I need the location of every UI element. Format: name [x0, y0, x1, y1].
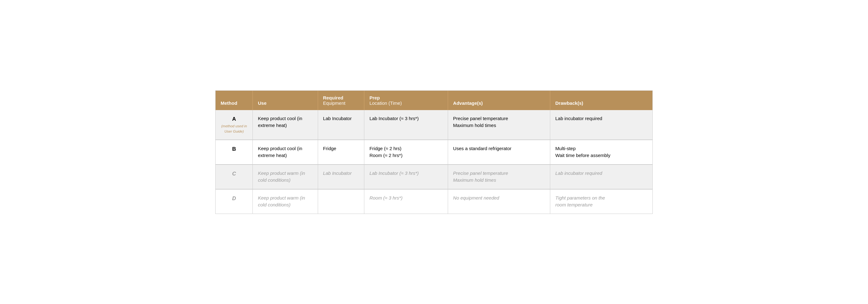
cell-prep: Room (≈ 3 hrs*): [364, 189, 448, 214]
cell-prep: Lab Incubator (≈ 3 hrs*): [364, 110, 448, 140]
method-label: B: [221, 145, 247, 153]
cell-method: D: [216, 189, 253, 214]
table-row: DKeep product warm (in cold conditions)R…: [216, 189, 652, 214]
cell-equipment: Lab Incubator: [318, 110, 364, 140]
cell-advantages: Precise panel temperatureMaximum hold ti…: [448, 110, 550, 140]
cell-advantages: No equipment needed: [448, 189, 550, 214]
cell-drawbacks: Lab incubator required: [550, 165, 652, 189]
methods-table: Method Use Required Equipment Prep Locat…: [216, 91, 652, 214]
header-advantages: Advantage(s): [448, 91, 550, 110]
cell-use: Keep product cool (in extreme heat): [253, 140, 318, 165]
cell-method: B: [216, 140, 253, 165]
table-body: A(method used in User Guide)Keep product…: [216, 110, 652, 214]
header-equipment: Required Equipment: [318, 91, 364, 110]
method-note: (method used in User Guide): [221, 123, 247, 135]
table-row: A(method used in User Guide)Keep product…: [216, 110, 652, 140]
header-prep: Prep Location (Time): [364, 91, 448, 110]
cell-use: Keep product cool (in extreme heat): [253, 110, 318, 140]
header-use: Use: [253, 91, 318, 110]
header-method: Method: [216, 91, 253, 110]
cell-equipment: Fridge: [318, 140, 364, 165]
cell-method: C: [216, 165, 253, 189]
method-label: A: [221, 115, 247, 123]
table-header: Method Use Required Equipment Prep Locat…: [216, 91, 652, 110]
cell-prep: Fridge (≈ 2 hrs)Room (≈ 2 hrs*): [364, 140, 448, 165]
table-row: CKeep product warm (in cold conditions)L…: [216, 165, 652, 189]
cell-drawbacks: Tight parameters on theroom temperature: [550, 189, 652, 214]
header-drawbacks: Drawback(s): [550, 91, 652, 110]
cell-equipment: Lab Incubator: [318, 165, 364, 189]
cell-use: Keep product warm (in cold conditions): [253, 189, 318, 214]
cell-drawbacks: Multi-stepWait time before assembly: [550, 140, 652, 165]
cell-prep: Lab Incubator (≈ 3 hrs*): [364, 165, 448, 189]
cell-method: A(method used in User Guide): [216, 110, 253, 140]
cell-equipment: [318, 189, 364, 214]
cell-advantages: Precise panel temperatureMaximum hold ti…: [448, 165, 550, 189]
cell-drawbacks: Lab incubator required: [550, 110, 652, 140]
cell-use: Keep product warm (in cold conditions): [253, 165, 318, 189]
cell-advantages: Uses a standard refrigerator: [448, 140, 550, 165]
table-row: BKeep product cool (in extreme heat)Frid…: [216, 140, 652, 165]
method-label: C: [221, 170, 247, 178]
method-label: D: [221, 195, 247, 203]
main-table-wrapper: Method Use Required Equipment Prep Locat…: [215, 90, 653, 214]
